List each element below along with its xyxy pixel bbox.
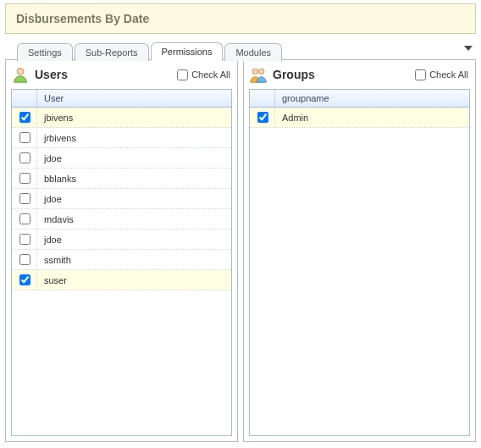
user-row-name: mdavis — [37, 212, 231, 227]
groups-check-all[interactable]: Check All — [415, 69, 468, 80]
tab-menu-dropdown[interactable] — [464, 46, 473, 51]
svg-point-2 — [258, 69, 263, 74]
groups-column-header: groupname — [275, 90, 469, 107]
groups-check-all-box[interactable] — [415, 69, 426, 80]
tab-sub-reports[interactable]: Sub-Reports — [75, 43, 149, 61]
user-row-name: jrbivens — [37, 130, 231, 146]
table-row[interactable]: jdoe — [12, 148, 231, 169]
group-icon — [249, 65, 268, 84]
groups-panel: Groups Check All groupname Admin — [243, 59, 476, 442]
table-row[interactable]: jrbivens — [12, 128, 231, 148]
table-row[interactable]: jbivens — [12, 108, 231, 128]
table-row[interactable]: suser — [12, 270, 231, 290]
groups-check-all-label: Check All — [429, 69, 468, 80]
table-row[interactable]: Admin — [250, 108, 469, 128]
svg-point-1 — [252, 69, 257, 74]
group-row-checkbox[interactable] — [257, 112, 268, 123]
user-row-checkbox[interactable] — [19, 254, 30, 265]
users-check-all-box[interactable] — [177, 69, 188, 80]
user-row-checkbox[interactable] — [19, 234, 30, 245]
table-row[interactable]: ssmith — [12, 250, 231, 270]
group-row-name: Admin — [275, 110, 469, 125]
user-row-name: jdoe — [37, 151, 231, 166]
table-row[interactable]: jdoe — [12, 189, 231, 209]
users-grid: User jbivensjrbivensjdoebblanksjdoemdavi… — [11, 89, 232, 436]
user-row-checkbox[interactable] — [19, 213, 30, 224]
user-row-name: bblanks — [37, 171, 231, 186]
groups-title: Groups — [273, 68, 315, 81]
table-row[interactable]: mdavis — [12, 209, 231, 230]
tab-settings[interactable]: Settings — [17, 43, 73, 61]
page-title-banner: Disbursements By Date — [5, 3, 476, 34]
user-icon — [11, 65, 30, 84]
user-row-checkbox[interactable] — [19, 274, 30, 285]
table-row[interactable]: jdoe — [12, 230, 231, 250]
user-row-name: jbivens — [37, 110, 231, 125]
users-panel: Users Check All User jbivensjrbivensjdoe… — [5, 59, 238, 442]
user-row-checkbox[interactable] — [19, 132, 30, 143]
user-row-name: ssmith — [37, 252, 231, 268]
users-check-all[interactable]: Check All — [177, 69, 230, 80]
svg-point-0 — [17, 68, 24, 75]
user-row-checkbox[interactable] — [19, 193, 30, 204]
tab-modules[interactable]: Modules — [224, 43, 282, 61]
tab-bar: SettingsSub-ReportsPermissionsModules — [5, 41, 476, 60]
table-row[interactable]: bblanks — [12, 169, 231, 189]
user-row-checkbox[interactable] — [19, 112, 30, 123]
tab-permissions[interactable]: Permissions — [151, 42, 224, 61]
user-row-name: jdoe — [37, 232, 231, 247]
groups-grid: groupname Admin — [249, 89, 470, 436]
user-row-checkbox[interactable] — [19, 152, 30, 163]
users-check-all-label: Check All — [191, 69, 230, 80]
page-title: Disbursements By Date — [16, 12, 149, 25]
user-row-name: jdoe — [37, 191, 231, 207]
users-title: Users — [35, 68, 68, 81]
user-row-name: suser — [37, 273, 231, 288]
user-row-checkbox[interactable] — [19, 173, 30, 184]
users-column-header: User — [37, 90, 231, 107]
